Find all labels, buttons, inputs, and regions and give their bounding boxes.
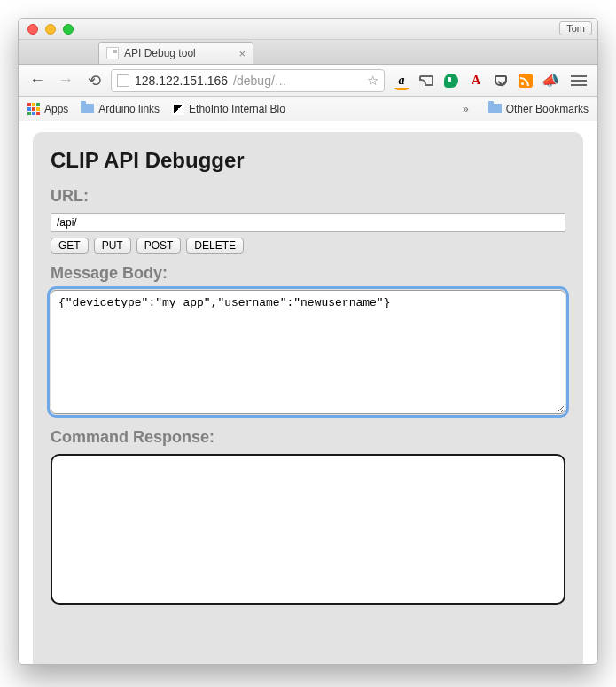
url-input[interactable]: [51, 213, 565, 232]
site-info-icon[interactable]: [117, 74, 129, 87]
extension-icons: a A 📣: [390, 73, 590, 89]
bookmark-label: Other Bookmarks: [506, 103, 589, 115]
ethoinfo-favicon-icon: [172, 103, 184, 115]
apps-label: Apps: [44, 103, 68, 115]
reload-button[interactable]: ⟲: [82, 69, 105, 92]
page-favicon-icon: [106, 47, 119, 59]
forward-button[interactable]: →: [54, 69, 77, 92]
red-a-extension-icon[interactable]: A: [468, 73, 484, 89]
debugger-panel: CLIP API Debugger URL: GET PUT POST DELE…: [33, 132, 583, 664]
get-button[interactable]: GET: [51, 238, 89, 254]
bookmark-item-ethoinfo[interactable]: EthoInfo Internal Blo: [172, 103, 285, 115]
bookmarks-overflow[interactable]: »: [463, 103, 469, 115]
titlebar: Tom: [19, 19, 597, 40]
body-section-label: Message Body:: [51, 264, 565, 283]
hangouts-extension-icon[interactable]: [444, 74, 458, 88]
response-section-label: Command Response:: [51, 428, 565, 447]
browser-window: Tom API Debug tool × ← → ⟲ 128.122.151.1…: [18, 18, 598, 665]
browser-tab[interactable]: API Debug tool ×: [98, 42, 253, 64]
megaphone-extension-icon[interactable]: 📣: [542, 73, 558, 89]
bookmark-label: EthoInfo Internal Blo: [189, 103, 285, 115]
browser-toolbar: ← → ⟲ 128.122.151.166/debug/… ☆ a A 📣: [19, 65, 597, 97]
apps-icon: [27, 103, 40, 115]
http-method-row: GET PUT POST DELETE: [51, 238, 565, 254]
put-button[interactable]: PUT: [94, 238, 131, 254]
chrome-menu-icon[interactable]: [571, 75, 587, 86]
folder-icon: [81, 104, 94, 113]
page-title: CLIP API Debugger: [51, 148, 565, 173]
zoom-window-button[interactable]: [63, 24, 74, 35]
page-viewport: CLIP API Debugger URL: GET PUT POST DELE…: [19, 121, 597, 664]
rss-extension-icon[interactable]: [519, 74, 533, 88]
cast-extension-icon[interactable]: [419, 75, 433, 86]
url-path: /debug/…: [233, 74, 287, 88]
close-window-button[interactable]: [27, 24, 38, 35]
url-host: 128.122.151.166: [135, 74, 228, 88]
apps-shortcut[interactable]: Apps: [27, 103, 68, 115]
profile-badge[interactable]: Tom: [559, 21, 592, 35]
amazon-extension-icon[interactable]: a: [394, 73, 409, 89]
bookmark-folder-arduino[interactable]: Arduino links: [81, 103, 160, 115]
other-bookmarks-folder[interactable]: Other Bookmarks: [488, 103, 589, 115]
pocket-extension-icon[interactable]: [495, 75, 507, 86]
command-response-box: [51, 454, 565, 605]
message-body-textarea[interactable]: [51, 290, 565, 414]
url-section-label: URL:: [51, 187, 565, 206]
close-tab-icon[interactable]: ×: [238, 47, 246, 60]
post-button[interactable]: POST: [136, 238, 182, 254]
tab-title: API Debug tool: [124, 47, 196, 59]
traffic-lights: [27, 24, 74, 35]
bookmarks-bar: Apps Arduino links EthoInfo Internal Blo…: [19, 97, 597, 121]
folder-icon: [488, 104, 502, 113]
tab-strip: API Debug tool ×: [19, 40, 597, 65]
minimize-window-button[interactable]: [45, 24, 56, 35]
bookmark-label: Arduino links: [98, 103, 160, 115]
address-bar[interactable]: 128.122.151.166/debug/… ☆: [111, 69, 385, 92]
back-button[interactable]: ←: [26, 69, 49, 92]
delete-button[interactable]: DELETE: [186, 238, 244, 254]
bookmark-star-icon[interactable]: ☆: [367, 73, 378, 89]
